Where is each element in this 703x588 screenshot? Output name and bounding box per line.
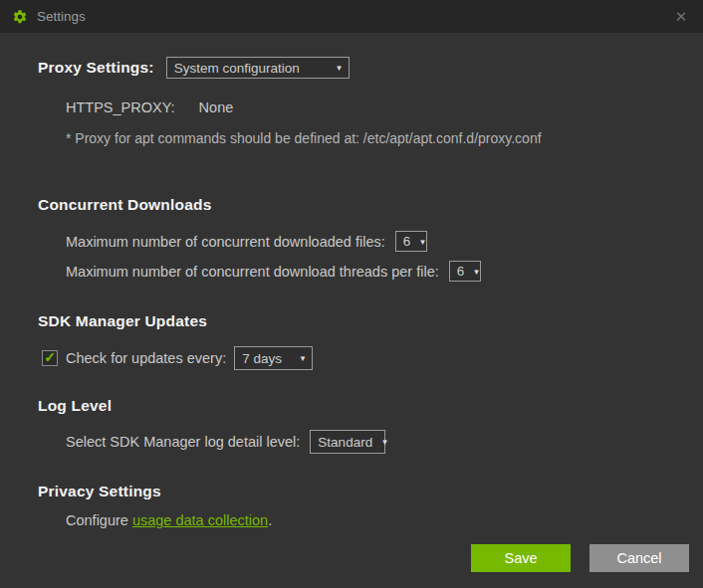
checkmark-icon: ✓: [44, 350, 56, 364]
title-bar: Settings ✕: [0, 0, 703, 33]
close-icon[interactable]: ✕: [671, 7, 691, 27]
window-title: Settings: [37, 9, 86, 24]
chevron-down-icon: ▾: [420, 237, 425, 247]
save-button[interactable]: Save: [471, 544, 571, 572]
configure-label: Configure: [66, 512, 128, 528]
sdk-manager-updates-heading: SDK Manager Updates: [38, 312, 207, 330]
apt-proxy-note: * Proxy for apt commands should be defin…: [66, 130, 542, 146]
cancel-button[interactable]: Cancel: [589, 544, 689, 572]
gear-icon: [12, 9, 28, 25]
chevron-down-icon: ▾: [382, 437, 387, 447]
max-files-value: 6: [403, 234, 411, 249]
privacy-settings-section: Privacy Settings: [38, 483, 665, 500]
log-level-value: Standard: [318, 435, 372, 450]
configure-usage-row: Configure usage data collection .: [66, 512, 665, 528]
chevron-down-icon: ▾: [301, 353, 306, 363]
dialog-footer: Save Cancel: [471, 544, 689, 572]
usage-data-collection-link[interactable]: usage data collection: [132, 512, 268, 528]
check-updates-row: ✓ Check for updates every: 7 days ▾: [42, 346, 665, 370]
max-threads-value: 6: [457, 264, 465, 279]
check-updates-label: Check for updates every:: [66, 350, 226, 366]
proxy-configuration-dropdown[interactable]: System configuration ▾: [166, 57, 350, 79]
concurrent-downloads-section: Concurrent Downloads: [38, 196, 665, 214]
max-files-label: Maximum number of concurrent downloaded …: [66, 234, 385, 250]
settings-content: Proxy Settings: System configuration ▾ H…: [0, 57, 703, 528]
log-level-dropdown[interactable]: Standard ▾: [310, 430, 385, 454]
concurrent-downloads-heading: Concurrent Downloads: [38, 196, 212, 214]
settings-dialog: Settings ✕ Proxy Settings: System config…: [0, 0, 703, 588]
max-files-dropdown[interactable]: 6 ▾: [395, 231, 427, 252]
log-detail-label: Select SDK Manager log detail level:: [66, 434, 300, 450]
proxy-settings-row: Proxy Settings: System configuration ▾: [38, 57, 665, 79]
max-files-row: Maximum number of concurrent downloaded …: [66, 231, 665, 252]
log-level-heading: Log Level: [38, 397, 112, 415]
update-interval-value: 7 days: [242, 351, 282, 366]
log-detail-row: Select SDK Manager log detail level: Sta…: [66, 430, 665, 454]
update-interval-dropdown[interactable]: 7 days ▾: [234, 346, 313, 370]
check-updates-checkbox[interactable]: ✓: [42, 350, 58, 366]
https-proxy-row: HTTPS_PROXY: None: [66, 99, 665, 115]
privacy-settings-heading: Privacy Settings: [38, 483, 161, 500]
max-threads-row: Maximum number of concurrent download th…: [66, 261, 665, 282]
https-proxy-label: HTTPS_PROXY:: [66, 99, 175, 115]
max-threads-dropdown[interactable]: 6 ▾: [449, 261, 481, 282]
proxy-note-row: * Proxy for apt commands should be defin…: [66, 130, 665, 146]
https-proxy-value: None: [199, 99, 234, 115]
configure-suffix: .: [268, 512, 272, 528]
chevron-down-icon: ▾: [474, 267, 479, 277]
log-level-section: Log Level: [38, 397, 665, 415]
sdk-manager-updates-section: SDK Manager Updates: [38, 312, 665, 330]
chevron-down-icon: ▾: [337, 63, 342, 73]
proxy-configuration-value: System configuration: [174, 61, 300, 76]
max-threads-label: Maximum number of concurrent download th…: [66, 264, 439, 280]
proxy-settings-label: Proxy Settings:: [38, 59, 154, 77]
